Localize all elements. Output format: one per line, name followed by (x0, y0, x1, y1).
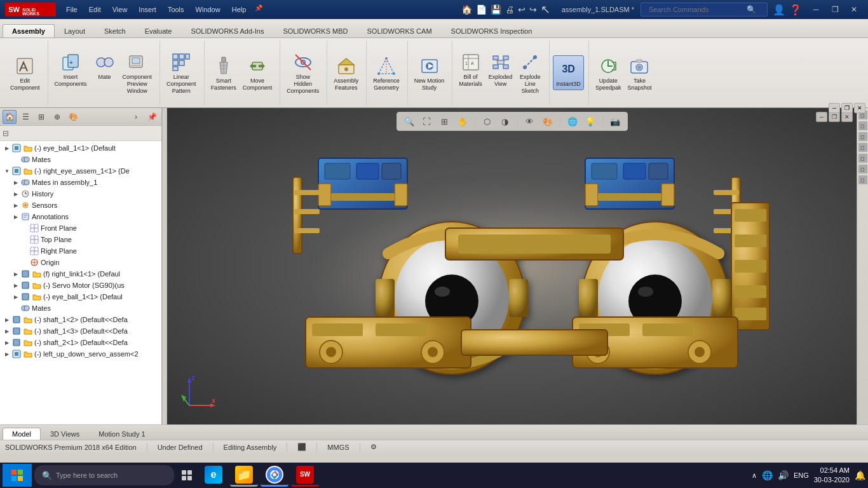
linear-pattern-btn[interactable]: LinearComponentPattern (164, 49, 199, 96)
tab-layout[interactable]: Layout (55, 24, 95, 37)
tree-item-mates-1[interactable]: Mates (0, 154, 161, 165)
vp-realview-btn[interactable]: 💡 (583, 114, 597, 128)
panel-grid-btn[interactable]: ⊞ (34, 110, 48, 124)
ribbon-minimize-btn[interactable]: ─ (829, 103, 840, 113)
tab-mbd[interactable]: SOLIDWORKS MBD (273, 24, 357, 37)
panel-collapse-arrow[interactable]: › (129, 110, 143, 124)
tree-item-eye-ball-1-2[interactable]: ▶(-) eye_ball_1<1> (Defaul (0, 291, 161, 302)
qat-print[interactable]: 🖨 (505, 4, 514, 15)
vp-zoom-area-btn[interactable]: ⊞ (438, 114, 452, 128)
menu-window[interactable]: Window (191, 4, 226, 15)
tab-model[interactable]: Model (3, 428, 41, 440)
sidebar-btn-7[interactable]: ◻ (858, 175, 867, 184)
update-speedpak-btn[interactable]: UpdateSpeedpak (593, 53, 624, 93)
vp-close-btn[interactable]: ✕ (841, 112, 853, 122)
menu-insert[interactable]: Insert (133, 4, 161, 15)
restore-btn[interactable]: ❐ (826, 3, 844, 17)
user-icon[interactable]: 👤 (773, 4, 785, 16)
reference-geometry-btn[interactable]: ReferenceGeometry (370, 53, 402, 93)
tree-expand-shaft-2-1[interactable]: ▶ (3, 338, 11, 347)
menu-view[interactable]: View (107, 4, 133, 15)
system-clock[interactable]: 02:54 AM 30-03-2020 (814, 466, 850, 485)
tree-item-eye-ball-1[interactable]: ▶(-) eye_ball_1<1> (Default (0, 142, 161, 154)
vp-min-btn[interactable]: ─ (816, 112, 827, 122)
edit-component-btn[interactable]: EditComponent (8, 53, 43, 93)
tray-network[interactable]: 🌐 (762, 470, 773, 480)
vp-zoom-fit-btn[interactable]: ⛶ (420, 114, 434, 128)
menu-file[interactable]: File (61, 4, 83, 15)
bill-of-materials-btn[interactable]: 1 A Bill ofMaterials (456, 49, 485, 90)
tree-item-right-eye-assem[interactable]: ▼(-) right_eye_assem_1<1> (De (0, 165, 161, 177)
tab-cam[interactable]: SOLIDWORKS CAM (357, 24, 441, 37)
start-button[interactable] (3, 464, 32, 487)
tree-item-origin[interactable]: Origin (0, 257, 161, 268)
tab-inspection[interactable]: SOLIDWORKS Inspection (442, 24, 542, 37)
tree-item-shaft-1-3[interactable]: ▶(-) shaft_1<3> (Default<<Defa (0, 325, 161, 337)
vp-appearance-btn[interactable]: 🎨 (541, 114, 555, 128)
ribbon-restore-btn[interactable]: ❐ (841, 103, 853, 113)
qat-new[interactable]: 🏠 (461, 4, 472, 15)
exploded-view-btn[interactable]: ExplodedView (486, 49, 515, 90)
tree-item-right-link[interactable]: ▶(f) right_link1<1> (Defaul (0, 268, 161, 280)
panel-list-btn[interactable]: ☰ (18, 110, 32, 124)
tree-item-shaft-2-1[interactable]: ▶(-) shaft_2<1> (Default<<Defa (0, 337, 161, 348)
vp-view-cube-btn[interactable]: ⬡ (480, 114, 494, 128)
tree-item-servo-motor[interactable]: ▶(-) Servo Motor (SG90)(us (0, 280, 161, 291)
tree-item-top-plane[interactable]: Top Plane (0, 234, 161, 245)
menu-tools[interactable]: Tools (163, 4, 189, 15)
tree-item-sensors[interactable]: ▶Sensors (0, 200, 161, 211)
tree-expand-right-link[interactable]: ▶ (11, 269, 20, 278)
select-tool[interactable]: ↖ (541, 3, 550, 17)
tree-expand-eye-ball-1-2[interactable]: ▶ (11, 292, 20, 301)
tree-item-history[interactable]: ▶History (0, 188, 161, 200)
qat-redo[interactable]: ↪ (529, 4, 537, 15)
ribbon-close-btn[interactable]: ✕ (854, 103, 865, 113)
search-input[interactable] (645, 4, 747, 15)
qat-open[interactable]: 📄 (476, 4, 487, 15)
tree-expand-shaft-1-3[interactable]: ▶ (3, 327, 11, 336)
tree-expand-mates-in-assem[interactable]: ▶ (11, 178, 20, 187)
move-component-btn[interactable]: MoveComponent (240, 53, 275, 93)
qat-save[interactable]: 💾 (491, 4, 501, 15)
tab-assembly[interactable]: Assembly (3, 24, 55, 37)
tree-item-front-plane[interactable]: Front Plane (0, 222, 161, 234)
notification-btn[interactable]: 🔔 (855, 470, 865, 480)
tree-item-mates-in-assem[interactable]: ▶Mates in assembly_1 (0, 177, 161, 188)
instant3d-btn[interactable]: 3D Instant3D (553, 55, 584, 90)
sidebar-btn-2[interactable]: ◻ (858, 121, 867, 130)
help-icon[interactable]: ❓ (789, 4, 802, 16)
tree-item-right-plane[interactable]: Right Plane (0, 245, 161, 257)
vp-search-btn[interactable]: 🔍 (402, 114, 416, 128)
tree-expand-servo-motor[interactable]: ▶ (11, 281, 20, 290)
tree-expand-eye-ball-1[interactable]: ▶ (3, 144, 11, 152)
vp-pan-btn[interactable]: ✋ (456, 114, 470, 128)
tab-addins[interactable]: SOLIDWORKS Add-Ins (181, 24, 273, 37)
assembly-features-btn[interactable]: AssemblyFeatures (331, 53, 361, 93)
status-settings-icon[interactable]: ⚙ (370, 443, 377, 451)
panel-target-btn[interactable]: ⊕ (50, 110, 64, 124)
vp-hide-show-btn[interactable]: 👁 (523, 114, 537, 128)
taskbar-solidworks-btn[interactable]: SW (291, 464, 319, 487)
smart-fasteners-btn[interactable]: SmartFasteners (208, 53, 239, 93)
tree-item-mates-2[interactable]: Mates (0, 302, 161, 314)
tree-item-left-up-down[interactable]: ▶(-) left_up_down_servo_assem<2 (0, 348, 161, 360)
mate-btn[interactable]: Mate (91, 49, 119, 83)
sidebar-btn-4[interactable]: ◻ (858, 143, 867, 152)
tab-3d-views[interactable]: 3D Views (41, 428, 89, 440)
sidebar-btn-3[interactable]: ◻ (858, 132, 867, 141)
vp-display-style-btn[interactable]: ◑ (498, 114, 512, 128)
take-snapshot-btn[interactable]: TakeSnapshot (625, 53, 654, 93)
taskbar-edge-btn[interactable]: e (200, 464, 227, 487)
tree-item-shaft-1-2[interactable]: ▶(-) shaft_1<2> (Default<<Defa (0, 314, 161, 325)
tree-expand-shaft-1-2[interactable]: ▶ (3, 315, 11, 324)
task-view-btn[interactable] (177, 464, 197, 487)
tree-expand-left-up-down[interactable]: ▶ (3, 349, 11, 358)
taskbar-explorer-btn[interactable]: 📁 (230, 464, 258, 487)
explode-line-sketch-btn[interactable]: ExplodeLineSketch (516, 49, 544, 96)
show-hidden-btn[interactable]: ShowHiddenComponents (284, 49, 322, 96)
tree-item-annotations[interactable]: ▶Annotations (0, 211, 161, 222)
panel-splitter[interactable] (162, 108, 167, 424)
tab-evaluate[interactable]: Evaluate (135, 24, 182, 37)
sidebar-btn-6[interactable]: ◻ (858, 165, 867, 173)
vp-restore-btn[interactable]: ❐ (829, 112, 840, 122)
